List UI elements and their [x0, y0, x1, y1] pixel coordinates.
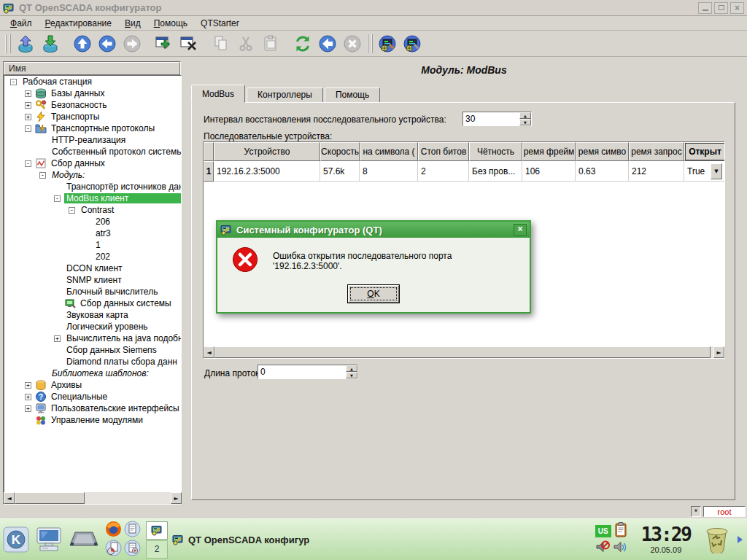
column-header[interactable]: ремя фрейм — [522, 142, 576, 161]
keyboard-layout-indicator[interactable]: US — [595, 525, 611, 537]
titlebar[interactable]: QT OpenSCADA конфигуратор × — [0, 0, 747, 16]
taskbar-task[interactable]: QT OpenSCADA конфигур — [172, 534, 368, 545]
tree-item[interactable]: Транспортёр источников дан — [4, 181, 181, 192]
qtstarter-config-button[interactable] — [375, 33, 400, 55]
menu-item[interactable]: Помощь — [148, 17, 193, 30]
dialog-titlebar[interactable]: Системный конфигуратор (QT) × — [217, 222, 530, 238]
speaker-icon[interactable] — [613, 540, 628, 557]
ok-button[interactable]: OK — [348, 285, 399, 303]
dialog-close-icon[interactable]: × — [514, 224, 527, 236]
tree-item[interactable]: -Сбор данных — [4, 158, 181, 169]
mute-icon[interactable] — [595, 540, 611, 557]
table-horizontal-scrollbar[interactable]: ◄ ► — [204, 346, 724, 358]
tree-item[interactable]: HTTP-реализация — [4, 134, 181, 146]
tree-item[interactable]: Блочный вычислитель — [4, 286, 181, 298]
pie-doc-icon[interactable] — [105, 540, 122, 559]
collapse-icon[interactable]: - — [54, 195, 61, 202]
tree-item[interactable]: +Архивы — [4, 379, 181, 391]
collapse-icon[interactable]: - — [10, 79, 17, 85]
protocol-length-spinbox[interactable]: ▲ ▼ — [258, 365, 358, 379]
tab-контроллеры[interactable]: Контроллеры — [247, 88, 323, 103]
start-button[interactable] — [315, 33, 340, 55]
tree-item[interactable]: Сбор данных Siemens — [4, 344, 181, 356]
column-header[interactable]: Чётность — [469, 142, 522, 161]
up-button[interactable] — [70, 33, 95, 55]
expand-icon[interactable]: + — [25, 90, 31, 97]
tree-item[interactable]: +Пользовательские интерфейсы — [4, 402, 181, 414]
tree-item[interactable]: 1 — [4, 239, 181, 251]
table-cell[interactable]: 212 — [629, 161, 684, 182]
table-cell[interactable]: 106 — [522, 161, 576, 182]
tree-item[interactable]: +Вычислитель на java подобн — [4, 332, 181, 344]
expand-icon[interactable]: + — [54, 335, 61, 342]
tree-horizontal-scrollbar[interactable]: ◄ ► — [4, 492, 182, 504]
refresh-button[interactable] — [290, 33, 315, 55]
tree-item[interactable]: Логический уровень — [4, 321, 181, 332]
tree-item[interactable]: +?Специальные — [4, 391, 181, 402]
tree-item[interactable]: SNMP клиент — [4, 274, 181, 286]
spin-up-icon[interactable]: ▲ — [346, 365, 357, 372]
tree-item[interactable]: -Транспортные протоколы — [4, 122, 181, 134]
spin-up-icon[interactable]: ▲ — [519, 112, 531, 119]
tree-item[interactable]: -Рабочая станция — [4, 76, 181, 88]
tab-modbus[interactable]: ModBus — [191, 85, 245, 103]
tree-item[interactable]: Библиотека шаблонов: — [4, 368, 181, 379]
trash-icon[interactable] — [703, 523, 732, 556]
column-header[interactable]: Стоп битов — [418, 142, 469, 161]
scroll-right-icon[interactable]: ► — [171, 492, 182, 504]
protocol-length-input[interactable] — [258, 365, 346, 378]
menu-item[interactable]: QTStarter — [195, 17, 245, 30]
qtstarter-tools-button[interactable] — [400, 33, 425, 55]
expand-icon[interactable]: + — [25, 405, 31, 412]
menu-item[interactable]: Вид — [119, 17, 147, 30]
scroll-right-icon[interactable]: ► — [713, 346, 724, 358]
tree-item[interactable]: Управление модулями — [4, 414, 181, 426]
minimize-button[interactable] — [698, 2, 712, 14]
menu-item[interactable]: Редактирование — [39, 17, 117, 30]
row-header[interactable]: 1 — [204, 161, 214, 182]
tree-item[interactable]: Звуковая карта — [4, 309, 181, 321]
tablet-icon[interactable] — [69, 529, 99, 550]
calendar-doc-icon[interactable] — [124, 540, 141, 559]
tree-item[interactable]: -ModBus клиент — [4, 192, 181, 204]
table-cell[interactable]: 8 — [360, 161, 418, 182]
tree-item[interactable]: -Contrast — [4, 204, 181, 216]
interval-spinbox[interactable]: ▲ ▼ — [462, 112, 532, 126]
maximize-button[interactable] — [714, 2, 728, 14]
save-button[interactable] — [38, 33, 63, 55]
scroll-left-icon[interactable]: ◄ — [4, 492, 15, 504]
table-cell[interactable]: 192.16.2.3:5000 — [214, 161, 320, 182]
spin-down-icon[interactable]: ▼ — [519, 119, 531, 125]
add-item-button[interactable] — [152, 33, 177, 55]
tree-item[interactable]: 202 — [4, 251, 181, 262]
del-item-button[interactable] — [177, 33, 201, 55]
back-button[interactable] — [95, 33, 120, 55]
collapse-icon[interactable]: - — [39, 172, 46, 179]
table-cell[interactable]: Без пров... — [469, 161, 522, 182]
spin-down-icon[interactable]: ▼ — [346, 372, 357, 378]
column-header[interactable]: на символа ( — [360, 142, 418, 161]
combo-dropdown-icon[interactable]: ▼ — [711, 163, 722, 179]
tree-item[interactable]: Diamond платы сбора данн — [4, 356, 181, 368]
hide-panel-arrow[interactable] — [738, 536, 743, 543]
expand-icon[interactable]: + — [25, 382, 31, 389]
tree-item[interactable]: Сбор данных системы — [4, 298, 181, 309]
menu-item[interactable]: Файл — [4, 17, 38, 30]
column-header[interactable]: Открыт — [684, 142, 725, 161]
expand-icon[interactable]: + — [25, 394, 31, 400]
collapse-icon[interactable]: - — [69, 207, 75, 214]
collapse-icon[interactable]: - — [25, 160, 31, 167]
interval-input[interactable] — [463, 112, 519, 125]
table-cell[interactable]: 57.6k — [320, 161, 360, 182]
table-cell[interactable]: 2 — [418, 161, 469, 182]
column-header[interactable]: Скорость — [320, 142, 360, 161]
clipboard-icon[interactable] — [614, 521, 628, 541]
firefox-icon[interactable] — [105, 521, 122, 540]
tree-header[interactable]: Имя — [4, 62, 180, 75]
expand-icon[interactable]: + — [25, 114, 31, 120]
table-cell[interactable]: True▼ — [684, 161, 725, 182]
scrollbar-thumb[interactable] — [15, 492, 85, 504]
tree-item[interactable]: +Безопасность — [4, 99, 181, 111]
collapse-icon[interactable]: - — [25, 125, 31, 132]
column-header[interactable]: ремя запрос — [629, 142, 684, 161]
